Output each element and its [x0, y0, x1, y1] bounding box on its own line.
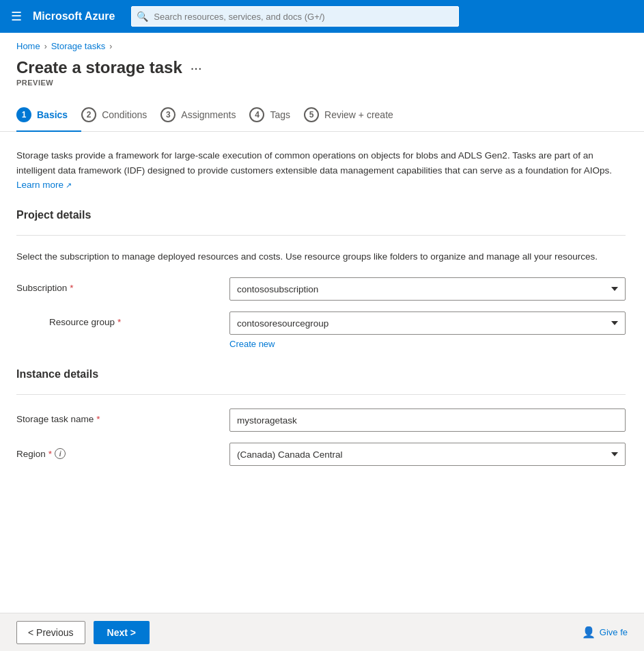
resource-group-field-col: contosoresourcegroup Create new — [229, 311, 626, 349]
step-circle-3: 3 — [160, 107, 176, 122]
subscription-row: Subscription * contososubscription — [16, 277, 626, 301]
resource-group-required: * — [117, 317, 121, 327]
storage-task-name-field-col — [229, 408, 626, 432]
step-tags[interactable]: 4 Tags — [249, 100, 304, 132]
preview-badge: PREVIEW — [16, 79, 628, 87]
step-basics[interactable]: 1 Basics — [16, 100, 81, 132]
breadcrumb-sep1: › — [44, 42, 47, 51]
breadcrumb: Home › Storage tasks › — [0, 33, 644, 55]
step-review-create[interactable]: 5 Review + create — [304, 100, 407, 132]
project-details-title: Project details — [16, 209, 626, 221]
steps-navigation: 1 Basics 2 Conditions 3 Assignments 4 Ta… — [0, 92, 644, 132]
ellipsis-menu[interactable]: ··· — [191, 60, 202, 76]
breadcrumb-storage-tasks[interactable]: Storage tasks — [51, 41, 106, 51]
app-title: Microsoft Azure — [33, 10, 115, 23]
learn-more-link[interactable]: Learn more — [16, 180, 72, 190]
subscription-required: * — [70, 283, 73, 293]
step-assignments[interactable]: 3 Assignments — [160, 100, 249, 132]
step-circle-5: 5 — [304, 107, 319, 122]
description-text: Storage tasks provide a framework for la… — [16, 148, 626, 193]
create-new-link[interactable]: Create new — [229, 339, 275, 349]
region-field-col: (Canada) Canada Central — [229, 443, 626, 466]
main-content: Storage tasks provide a framework for la… — [0, 132, 642, 466]
step-label-tags: Tags — [270, 109, 290, 120]
region-select[interactable]: (Canada) Canada Central — [229, 443, 626, 466]
page-header: Create a storage task ··· PREVIEW — [0, 55, 644, 92]
region-row: Region * i (Canada) Canada Central — [16, 443, 626, 466]
step-label-basics: Basics — [37, 109, 68, 120]
step-label-assignments: Assignments — [181, 109, 236, 120]
step-label-review: Review + create — [324, 109, 393, 120]
storage-task-name-input[interactable] — [229, 408, 626, 432]
subscription-label: Subscription * — [16, 277, 221, 293]
subscription-select[interactable]: contososubscription — [229, 277, 626, 301]
storage-task-name-label: Storage task name * — [16, 408, 221, 424]
storage-task-name-required: * — [96, 414, 100, 424]
breadcrumb-home[interactable]: Home — [16, 41, 40, 51]
region-info-icon[interactable]: i — [55, 448, 66, 459]
breadcrumb-sep2: › — [109, 42, 112, 51]
subscription-field-col: contososubscription — [229, 277, 626, 301]
resource-group-row: Resource group * contosoresourcegroup Cr… — [16, 311, 626, 349]
resource-group-label-container: Resource group * — [16, 311, 221, 327]
project-details-desc: Select the subscription to manage deploy… — [16, 249, 626, 264]
section-divider-1 — [16, 235, 626, 236]
section-divider-2 — [16, 394, 626, 395]
top-navigation: ☰ Microsoft Azure 🔍 — [0, 0, 644, 33]
step-circle-4: 4 — [249, 107, 264, 122]
resource-group-label: Resource group — [49, 317, 115, 327]
step-label-conditions: Conditions — [102, 109, 147, 120]
region-required: * — [48, 449, 52, 459]
step-circle-1: 1 — [16, 107, 31, 122]
step-circle-2: 2 — [81, 107, 96, 122]
hamburger-icon[interactable]: ☰ — [11, 9, 22, 24]
search-container: 🔍 — [131, 6, 459, 27]
search-input[interactable] — [131, 6, 459, 27]
search-icon: 🔍 — [137, 11, 148, 22]
resource-group-select[interactable]: contosoresourcegroup — [229, 311, 626, 335]
storage-task-name-row: Storage task name * — [16, 408, 626, 432]
step-conditions[interactable]: 2 Conditions — [81, 100, 160, 132]
region-label: Region * i — [16, 443, 221, 459]
page-title: Create a storage task — [16, 58, 182, 77]
instance-details-title: Instance details — [16, 368, 626, 380]
instance-details-section: Instance details Storage task name * Reg… — [16, 368, 626, 466]
